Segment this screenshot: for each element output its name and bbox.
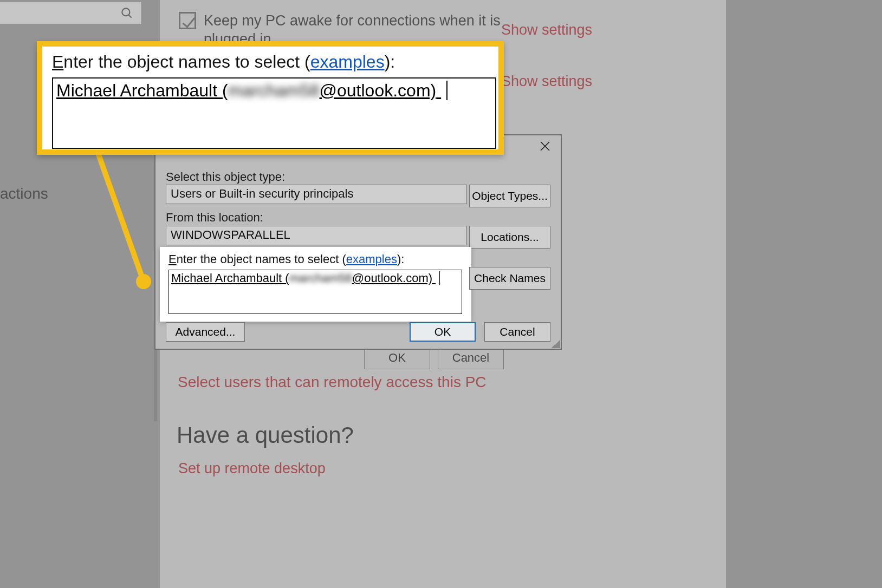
close-icon [540,140,550,155]
locations-button[interactable]: Locations... [469,226,550,249]
keep-awake-checkbox[interactable] [179,12,196,29]
ok-button[interactable]: OK [410,322,476,342]
examples-link[interactable]: examples [346,252,397,266]
location-label: From this location: [166,211,263,225]
object-names-label: Enter the object names to select (exampl… [168,252,463,266]
have-a-question-heading: Have a question? [177,422,354,448]
object-types-button[interactable]: Object Types... [469,185,550,207]
object-names-value-head: Michael Archambault ( [171,271,289,285]
svg-line-1 [128,15,131,17]
sidebar-actions-label: actions [0,185,48,202]
show-settings-link-1[interactable]: Show settings [501,22,592,38]
show-settings-link-2[interactable]: Show settings [501,73,592,90]
select-users-dialog: Select this object type: Users or Built-… [154,134,562,350]
callout-value-tail: @outlook.com) [320,81,437,100]
underlying-dialog-buttons: OK Cancel [364,347,504,369]
object-names-value-tail: @outlook.com) [352,271,432,285]
object-names-label-post: ): [397,252,404,266]
object-names-highlight-panel: Enter the object names to select (exampl… [160,247,471,322]
object-type-field[interactable]: Users or Built-in security principals [166,185,467,204]
underlying-ok-button[interactable]: OK [364,347,430,369]
object-names-value-redacted: marcham58 [289,271,352,285]
object-type-label: Select this object type: [166,170,285,184]
callout-examples-link[interactable]: examples [310,52,385,71]
underlying-cancel-button[interactable]: Cancel [438,347,504,369]
dialog-close-button[interactable] [529,135,561,159]
callout-label-post: ): [385,52,395,71]
check-names-button[interactable]: Check Names [469,267,550,290]
callout-value-redacted: marcham58 [228,81,320,101]
advanced-button[interactable]: Advanced... [166,322,245,342]
location-field[interactable]: WINDOWSPARALLEL [166,226,467,245]
object-names-input[interactable]: Michael Archambault (marcham58@outlook.c… [168,270,462,314]
right-gutter [726,0,882,588]
callout-label: Enter the object names to select (exampl… [52,52,489,72]
setup-remote-desktop-link[interactable]: Set up remote desktop [178,460,326,477]
callout-input-box[interactable]: Michael Archambault (marcham58@outlook.c… [52,77,496,149]
search-input[interactable] [0,1,142,25]
search-icon [120,6,134,20]
cancel-button[interactable]: Cancel [484,322,550,342]
resize-grip-icon[interactable] [552,339,560,348]
callout-magnifier: Enter the object names to select (exampl… [37,41,504,155]
callout-label-pre: nter the object names to select ( [63,52,310,71]
object-names-label-pre: nter the object names to select ( [177,252,346,266]
callout-value-head: Michael Archambault ( [56,81,228,100]
object-names-label-underline: E [168,252,177,266]
select-users-link[interactable]: Select users that can remotely access th… [178,374,487,391]
